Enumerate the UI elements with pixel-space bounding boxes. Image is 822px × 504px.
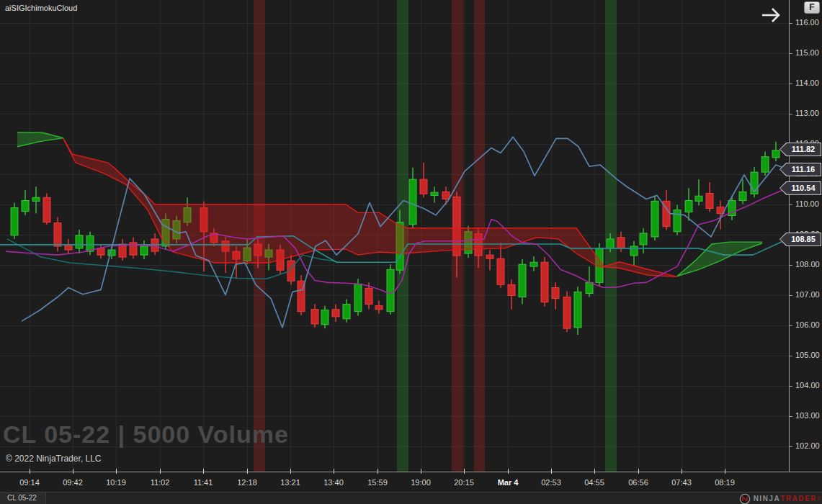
- candle-down: [541, 262, 548, 302]
- candle-up: [530, 262, 537, 266]
- candle-up: [343, 305, 350, 319]
- time-axis-label: 04:55: [584, 478, 604, 487]
- price-axis-label: 102.00: [795, 441, 820, 450]
- candle-down: [497, 258, 504, 284]
- ninjatrader-chart-window: aiSIGIchimokuCloud F CL 05-22 | 5000 Vol…: [0, 0, 822, 504]
- candle-down: [97, 248, 104, 255]
- price-marker-value: 111.16: [779, 163, 821, 176]
- ninjatrader-logo: NINJATRADER®: [739, 492, 821, 504]
- time-axis-label: 10:19: [106, 478, 126, 487]
- candle-down: [65, 245, 72, 250]
- time-axis-label: 09:42: [63, 478, 83, 487]
- price-axis[interactable]: 116.00115.00114.00113.00112.00111.00110.…: [789, 0, 822, 472]
- price-marker-value: 110.54: [779, 181, 821, 195]
- price-axis-label: 108.00: [795, 260, 820, 269]
- brand-ninja: NINJA: [754, 495, 781, 503]
- candle-up: [409, 179, 416, 225]
- tab-bar: CL 05-22 NINJATRADER®: [0, 492, 822, 504]
- time-axis-label: 06:56: [628, 478, 648, 487]
- time-axis-label: 07:43: [671, 478, 692, 487]
- candle-up: [640, 233, 647, 245]
- time-axis[interactable]: 09:1409:4210:1911:0211:4112:1813:2113:40…: [0, 472, 822, 492]
- candle-down: [486, 255, 493, 258]
- time-axis-label: 02:53: [541, 478, 561, 487]
- candle-up: [586, 282, 593, 293]
- candle-up: [108, 250, 115, 256]
- candle-up: [11, 208, 18, 235]
- candle-up: [140, 246, 148, 255]
- chart-watermark: CL 05-22 | 5000 Volume: [3, 420, 289, 449]
- candle-down: [563, 297, 571, 329]
- signal-stripe-bull: [605, 0, 617, 472]
- price-axis-label: 105.00: [795, 351, 820, 359]
- ninjatrader-logo-icon: [739, 493, 751, 504]
- tab-cl-05-22[interactable]: CL 05-22: [0, 492, 46, 504]
- candle-up: [321, 310, 329, 325]
- candle-down: [375, 306, 383, 310]
- candle-up: [695, 196, 702, 201]
- candle-up: [22, 201, 29, 212]
- candle-up: [651, 201, 658, 237]
- price-axis-label: 104.00: [795, 381, 820, 390]
- candle-up: [387, 269, 394, 311]
- price-marker: 108.85: [779, 233, 821, 246]
- price-axis-label: 114.00: [795, 78, 819, 87]
- candle-up: [574, 292, 581, 328]
- price-axis-label: 116.00: [795, 18, 819, 27]
- time-axis-label: Mar 4: [498, 478, 519, 487]
- candle-down: [706, 193, 713, 208]
- price-axis-label: 113.00: [795, 109, 819, 117]
- time-axis-label: 09:14: [19, 478, 40, 487]
- time-axis-label: 19:00: [411, 478, 431, 487]
- price-marker-value: 111.82: [779, 143, 821, 156]
- candle-down: [420, 179, 427, 194]
- copyright-notice: © 2022 NinjaTrader, LLC: [6, 454, 101, 464]
- time-axis-label: 13:40: [323, 478, 344, 487]
- candle-down: [54, 223, 61, 246]
- candle-up: [739, 192, 746, 200]
- candle-down: [617, 238, 625, 248]
- candle-up: [761, 157, 769, 172]
- candle-down: [311, 310, 318, 324]
- candle-up: [685, 201, 692, 212]
- time-axis-label: 08:19: [715, 478, 735, 487]
- candle-up: [772, 150, 779, 158]
- brand-trader: TRADER: [780, 495, 817, 503]
- time-axis-label: 11:41: [194, 478, 213, 487]
- jump-to-latest-arrow-icon[interactable]: [759, 6, 782, 24]
- candle-up: [86, 236, 94, 251]
- price-marker-value: 108.85: [779, 233, 821, 246]
- price-marker: 111.82: [779, 143, 821, 156]
- candle-up: [630, 246, 638, 256]
- candle-up: [32, 197, 40, 201]
- price-axis-label: 103.00: [795, 411, 820, 420]
- candle-up: [519, 264, 526, 297]
- price-axis-label: 107.00: [795, 290, 820, 299]
- registered-mark: ®: [817, 496, 821, 501]
- candle-down: [365, 288, 372, 304]
- candle-down: [552, 288, 559, 299]
- candle-up: [431, 192, 438, 195]
- time-axis-label: 11:02: [151, 478, 170, 487]
- candle-up: [76, 235, 83, 248]
- candle-up: [354, 284, 362, 311]
- candle-down: [508, 284, 515, 295]
- time-axis-label: 13:21: [280, 478, 300, 487]
- price-axis-label: 115.00: [795, 48, 819, 57]
- price-axis-label: 106.00: [795, 320, 820, 329]
- price-marker: 110.54: [779, 181, 821, 195]
- time-axis-label: 20:15: [454, 478, 474, 487]
- candle-up: [674, 210, 681, 232]
- price-axis-label: 110.00: [795, 199, 819, 208]
- candle-down: [442, 192, 450, 199]
- candle-down: [332, 310, 339, 317]
- indicator-label: aiSIGIchimokuCloud: [5, 4, 77, 12]
- time-axis-label: 12:18: [237, 478, 257, 487]
- time-axis-label: 15:59: [367, 478, 388, 487]
- candle-down: [43, 197, 50, 222]
- candle-up: [607, 239, 614, 248]
- price-marker: 111.16: [779, 163, 821, 176]
